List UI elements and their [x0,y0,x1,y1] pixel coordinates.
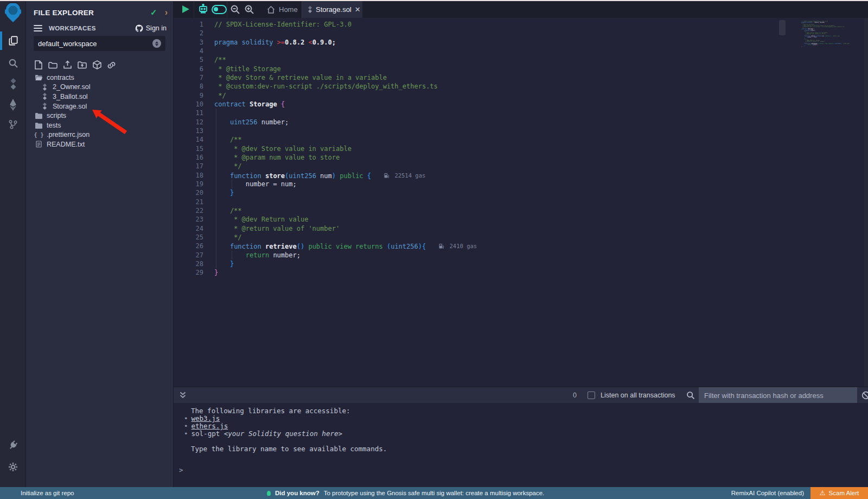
terminal-line: Type the library name to see available c… [179,445,863,453]
scam-alert-button[interactable]: ⚠ Scam Alert [810,487,868,499]
sign-in-button[interactable]: Sign in [135,24,167,32]
transaction-count-badge: 0 [573,391,577,399]
file-explorer-icon[interactable] [0,31,26,50]
close-tab-icon[interactable]: ✕ [355,5,361,14]
copilot-toggle[interactable] [212,5,227,14]
line-number: 20 [174,188,203,197]
link-icon[interactable] [107,60,116,70]
tab-storage-sol[interactable]: Storage.sol ✕ [302,1,362,18]
listen-transactions-checkbox[interactable] [588,391,595,399]
gas-estimate: 2410 gas [439,242,477,250]
check-icon: ✓ [150,8,157,17]
code-line-28: 28 } [174,260,868,268]
code-line-23: 23 * @dev Return value [174,215,868,224]
indent-guide [232,180,232,188]
file-explorer-panel: FILE EXPLORER ✓ › WORKSPACES Sign in def… [26,1,174,487]
line-number: 23 [174,215,203,224]
listen-transactions-label[interactable]: Listen on all transactions [601,391,675,399]
new-file-icon[interactable] [34,60,43,70]
code-line-25: 25 */ [174,233,868,242]
tab-home[interactable]: Home [260,1,304,18]
git-init-button[interactable]: Initialize as git repo [21,490,74,496]
editor-area: Home Storage.sol ✕ 1// SPDX-License-Iden… [174,1,868,487]
code-line-27: 27 return number; [174,251,868,260]
terminal-search-icon[interactable] [686,391,695,400]
file-tree-item-tests[interactable]: tests [26,121,173,130]
file-tree-item-prettierrc-json[interactable]: { }.prettierrc.json [26,130,173,140]
zoom-in-icon[interactable] [244,4,254,15]
line-number: 27 [174,251,203,260]
overview-ruler [864,18,868,387]
line-number: 10 [174,100,203,109]
tab-label: Storage.sol [316,5,352,14]
terminal-line [179,438,863,445]
git-icon[interactable] [0,115,26,134]
code-line-14: 14 /** [174,135,868,144]
terminal[interactable]: The following libraries are accessible:•… [174,403,868,487]
code-line-10: 10contract Storage { [174,100,868,109]
terminal-line: •web3.js [179,415,863,422]
collapse-terminal-icon[interactable] [180,391,186,399]
line-number: 9 [174,91,203,100]
code-line-20: 20 } [174,188,868,197]
file-tree-item-readme-txt[interactable]: README.txt [26,140,173,149]
code-line-12: 12 uint256 number; [174,118,868,127]
copilot-status[interactable]: RemixAI Copilot (enabled) [731,490,804,496]
editor-tabbar: Home Storage.sol ✕ [174,1,868,18]
file-tree-item-scripts[interactable]: scripts [26,111,173,121]
upload-file-icon[interactable] [63,60,72,70]
cube-icon[interactable] [92,60,101,70]
code-line-4: 4 [174,47,868,55]
code-line-26: 26 function retrieve() public view retur… [174,242,868,250]
solidity-compiler-icon[interactable] [0,74,26,93]
github-icon [135,24,143,32]
zoom-out-icon[interactable] [230,4,240,15]
plugin-manager-icon[interactable] [0,436,26,454]
file-tree: contracts2_Owner.sol3_Ballot.solStorage.… [26,73,173,149]
copilot-robot-icon[interactable] [197,4,209,15]
new-folder-icon[interactable] [48,60,58,70]
clear-filter-icon[interactable] [861,391,868,400]
upload-folder-icon[interactable] [78,60,87,70]
solidity-icon [41,84,49,91]
terminal-prompt[interactable]: > [179,466,183,474]
terminal-link-ethers-js[interactable]: ethers.js [192,422,228,430]
deploy-and-run-icon[interactable] [0,96,26,114]
transaction-filter-input[interactable] [699,387,857,403]
code-line-24: 24 * @return value of 'number' [174,224,868,233]
search-icon[interactable] [0,54,26,72]
panel-title: FILE EXPLORER [34,9,94,17]
code-line-1: 1// SPDX-License-Identifier: GPL-3.0 [174,20,868,29]
workspaces-menu-icon[interactable] [34,25,42,31]
code-line-8: 8 * @custom:dev-run-script ./scripts/dep… [174,82,868,91]
chevron-right-icon[interactable]: › [165,8,168,17]
file-tree-item-storage-sol[interactable]: Storage.sol [26,102,173,111]
line-number: 19 [174,180,203,188]
line-number: 6 [174,65,203,73]
file-tree-item-3-ballot-sol[interactable]: 3_Ballot.sol [26,92,173,102]
code-line-5: 5/** [174,55,868,64]
remix-logo-icon[interactable] [4,3,22,23]
folder-open-icon [35,74,43,81]
activity-bar [0,0,26,487]
settings-gear-icon[interactable] [0,458,26,476]
code-line-17: 17 */ [174,162,868,170]
indent-guide [232,251,232,260]
status-bar: Initialize as git repo Did you know? To … [0,487,868,499]
file-tree-item-2-owner-sol[interactable]: 2_Owner.sol [26,83,173,92]
folder-icon [35,112,43,119]
minimap[interactable]: // SPDX-License-Identifier: GPL-3.0pragm… [801,21,868,48]
file-tree-item-contracts[interactable]: contracts [26,73,173,83]
line-number: 29 [174,268,203,277]
line-number: 15 [174,144,203,153]
run-script-button[interactable] [182,5,189,13]
code-line-21: 21 [174,198,868,206]
scrollbar-slider[interactable] [779,20,786,35]
line-number: 24 [174,224,203,233]
code-line-16: 16 * @param num value to store [174,153,868,162]
line-number: 13 [174,127,203,135]
workspace-select[interactable]: default_workspace [34,36,165,51]
code-editor[interactable]: 1// SPDX-License-Identifier: GPL-3.023pr… [174,18,868,387]
line-number: 25 [174,233,203,242]
terminal-link-web3-js[interactable]: web3.js [192,414,220,422]
